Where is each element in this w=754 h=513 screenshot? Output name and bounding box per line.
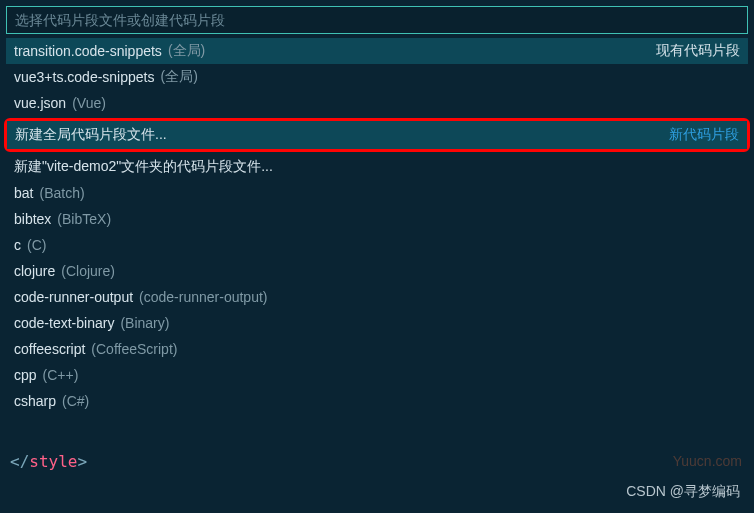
list-item[interactable]: c (C) — [6, 232, 748, 258]
item-label: csharp — [14, 393, 56, 409]
item-label: clojure — [14, 263, 55, 279]
item-label: code-runner-output — [14, 289, 133, 305]
angle-bracket-open: < — [10, 452, 20, 471]
list-item[interactable]: clojure (Clojure) — [6, 258, 748, 284]
item-label: transition.code-snippets — [14, 43, 162, 59]
angle-bracket-close: > — [77, 452, 87, 471]
list-item[interactable]: code-runner-output (code-runner-output) — [6, 284, 748, 310]
list-item[interactable]: cpp (C++) — [6, 362, 748, 388]
slash: / — [20, 452, 30, 471]
item-label: bat — [14, 185, 33, 201]
list-item[interactable]: 新建"vite-demo2"文件夹的代码片段文件... — [6, 154, 748, 180]
item-meta: (BibTeX) — [57, 211, 111, 227]
item-meta: (Binary) — [120, 315, 169, 331]
item-label: 新建"vite-demo2"文件夹的代码片段文件... — [14, 158, 273, 176]
list-item[interactable]: coffeescript (CoffeeScript) — [6, 336, 748, 362]
item-label: cpp — [14, 367, 37, 383]
item-meta: (Batch) — [39, 185, 84, 201]
list-item[interactable]: vue3+ts.code-snippets (全局) — [6, 64, 748, 90]
item-label: c — [14, 237, 21, 253]
list-item[interactable]: vue.json (Vue) — [6, 90, 748, 116]
item-label: vue.json — [14, 95, 66, 111]
item-label: vue3+ts.code-snippets — [14, 69, 154, 85]
list-item[interactable]: bat (Batch) — [6, 180, 748, 206]
item-label: 新建全局代码片段文件... — [15, 126, 167, 144]
item-meta: (CoffeeScript) — [91, 341, 177, 357]
editor-code-line: </style> — [10, 452, 744, 471]
item-label: code-text-binary — [14, 315, 114, 331]
list-item[interactable]: code-text-binary (Binary) — [6, 310, 748, 336]
search-input[interactable] — [6, 6, 748, 34]
tag-name: style — [29, 452, 77, 471]
section-badge: 现有代码片段 — [656, 42, 740, 60]
item-meta: (Vue) — [72, 95, 106, 111]
item-meta: (code-runner-output) — [139, 289, 267, 305]
watermark-text: Yuucn.com — [673, 453, 742, 469]
item-label: bibtex — [14, 211, 51, 227]
item-meta: (C#) — [62, 393, 89, 409]
highlight-annotation: 新建全局代码片段文件... 新代码片段 — [4, 118, 750, 152]
new-global-snippet-item[interactable]: 新建全局代码片段文件... 新代码片段 — [7, 121, 747, 149]
item-meta: (全局) — [168, 42, 205, 60]
item-label: coffeescript — [14, 341, 85, 357]
section-badge: 新代码片段 — [669, 126, 739, 144]
item-meta: (Clojure) — [61, 263, 115, 279]
item-meta: (全局) — [160, 68, 197, 86]
footer-attribution: CSDN @寻梦编码 — [626, 483, 740, 501]
item-meta: (C++) — [43, 367, 79, 383]
snippet-list: transition.code-snippets (全局) 现有代码片段 vue… — [6, 38, 748, 414]
list-item[interactable]: transition.code-snippets (全局) 现有代码片段 — [6, 38, 748, 64]
list-item[interactable]: bibtex (BibTeX) — [6, 206, 748, 232]
item-meta: (C) — [27, 237, 46, 253]
list-item[interactable]: csharp (C#) — [6, 388, 748, 414]
